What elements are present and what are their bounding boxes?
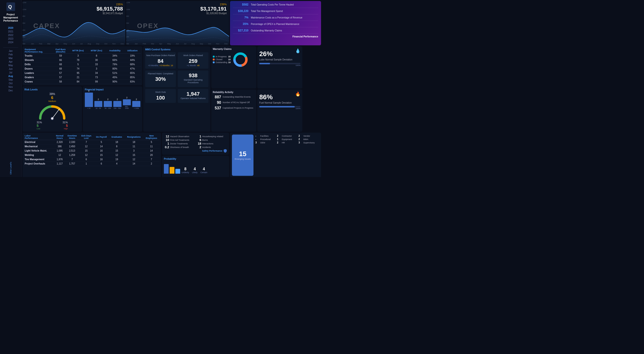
equip-cell-4-0: Loaders [24,71,52,75]
emerging-badge: 15 Emerging Issues [232,134,254,176]
em-num-1-0: 2 [277,134,281,137]
equip-th-2: MTTR (hrs) [69,48,87,54]
equip-cell-5-5: 85% [124,75,141,80]
labor-cell-1-2: 2,450 [65,144,79,149]
equip-cell-3-2: 74 [69,67,87,71]
prob-val-1: 4 [192,167,198,171]
safety-label-left-2: Doctor Treatments [170,142,188,145]
fin-bar-1: 2 1K - 5K [94,98,102,109]
probability-bars [164,162,180,174]
emerging-num: 15 [239,150,246,158]
safety-item-right-0: 1Housekeeping related [196,134,227,138]
equip-cell-3-4: 80% [106,67,124,71]
fin-label-0: Total Operating Costs Per Tonne Hauled [251,3,318,6]
warranty-outstanding: Outstanding 10 [213,61,231,64]
sidebar-year-2021[interactable]: 2021 [1,30,20,33]
equip-cell-2-5: 68% [124,62,141,67]
risk-high-val: 5 [62,124,68,128]
mms-wo-val: 259 [179,58,208,64]
sidebar-month-mar[interactable]: Mar [1,56,20,60]
outstanding-label: Outstanding [216,61,227,64]
opex-pct: 239% [200,3,227,6]
mms-operator-val: 1,947 [179,91,208,97]
sidebar-month-jun[interactable]: Jun [1,67,20,71]
equip-row-6: Cranes58849990%83% [24,80,141,84]
sidebar-month-aug[interactable]: Aug [1,74,20,78]
mms-stock-val: 100 [146,95,175,101]
sidebar-year-2023[interactable]: 2023 [1,37,20,41]
fin-row-3: 35% Percentage of OPEX is Planned Mainte… [233,22,318,27]
risk-low-label: Low [37,128,42,130]
warranty-title: Warranty Claims [213,48,255,50]
outstanding-val: 10 [228,61,231,64]
labor-cell-0-5: 18 [109,140,124,144]
labor-row-5: Project Overhauls1,1171,757164142 [24,162,160,166]
sidebar-month-may[interactable]: May [1,64,20,67]
gauge-svg [37,103,68,121]
in-progress-dot [213,56,215,58]
sidebar-year-2020[interactable]: 2020 [1,26,20,30]
labor-cell-3-6: 15 [124,153,143,157]
labor-cell-3-2: 1,259 [65,153,79,157]
emerging-item-0-0: -Facilities [256,134,276,137]
sidebar-month-dec[interactable]: Dec [1,89,20,92]
labor-cell-4-6: 12 [124,157,143,162]
labor-cell-1-0: Mechanical [24,144,54,149]
equip-cell-4-2: 95 [69,71,87,75]
labor-cell-0-7: 5 [143,140,160,144]
safety-item-right-3: 2Incidents [196,145,227,149]
mms-operator-label: Operator Induced Failures [179,97,208,100]
mms-sop-val: 938 [179,72,208,79]
mms-planned-val: 30% [146,76,175,82]
outstanding-dot [213,61,215,63]
fin-value-0: $582 [233,3,248,6]
labor-cell-5-5: 4 [109,162,124,166]
shield-icon [223,149,227,153]
labor-row-1: Mechanical3862,450121481111 [24,144,160,149]
equip-cell-6-5: 83% [124,80,141,84]
prob-bar-2 [176,169,180,174]
sidebar-month-sep[interactable]: Sep [1,78,20,82]
sidebar-years: 2020 2021 2022 2023 2024 [1,26,20,44]
labor-cell-3-7: 20 [143,153,160,157]
emerging-col-0: -Facilities-Procedural3OEM [256,134,276,176]
sidebar-year-2024[interactable]: 2024 [1,41,20,44]
fin-bar-4: 2 50k - 100K [123,96,131,109]
labor-th-3: Sick DaysLost [79,134,94,140]
safety-label-left-0: Hazard Observation [170,135,189,138]
risk-high-label: High [62,128,68,130]
sidebar-month-jul[interactable]: Jul [1,71,20,74]
other-levels-link[interactable]: Other Level's [10,162,12,174]
sidebar-month-feb[interactable]: Feb [1,53,20,56]
prob-bar-1 [170,167,174,174]
equip-cell-5-2: 21 [69,75,87,80]
safety-num-right-1: 6 [196,138,201,142]
equip-cell-1-3: 30 [87,58,106,62]
sidebar-month-apr[interactable]: Apr [1,60,20,64]
rel-label-1: Number of RCAs Signed Off [222,101,250,104]
sidebar-year-2022[interactable]: 2022 [1,33,20,37]
labor-cell-2-0: Light Vehicle Maint. [24,149,54,153]
labor-cell-5-3: 1 [79,162,94,166]
sidebar-divider [3,48,18,48]
safety-num-left-2: 1 [164,142,169,145]
capex-budget: $2,942,671 Budget [96,12,123,15]
sidebar-month-oct[interactable]: Oct [1,82,20,85]
fin-row-4: $27,310 Outstanding Warranty Claims [233,29,318,34]
fin-value-3: 35% [233,22,248,26]
emerging-col-1: 2Contractor1Equipment2HR [277,134,298,176]
flame-icon: 🔥 [295,91,300,97]
em-num-0-0: - [256,134,259,137]
sidebar-month-jan[interactable]: Jan [1,49,20,53]
equip-cell-4-3: 34 [87,71,106,75]
mms-new-po-val: 84 [146,58,175,64]
labor-table: LaborPerformance NormalHours OvertimeHou… [24,134,160,166]
equip-cell-5-1: 57 [52,75,69,80]
fin-row-2: 7% Maintenance Costs as a Percentage of … [233,16,318,21]
prob-label-2: Certain [200,171,208,174]
prob-label-0: Unlikely [182,171,189,174]
bar-rect-5 [132,101,140,107]
middle-row: EquipmentPerformance Avg. Fuel Burn(litr… [22,46,321,132]
sidebar-month-nov[interactable]: Nov [1,85,20,89]
mms-new-po-sub: >3 Months: >3 Months: 16 [146,64,175,67]
